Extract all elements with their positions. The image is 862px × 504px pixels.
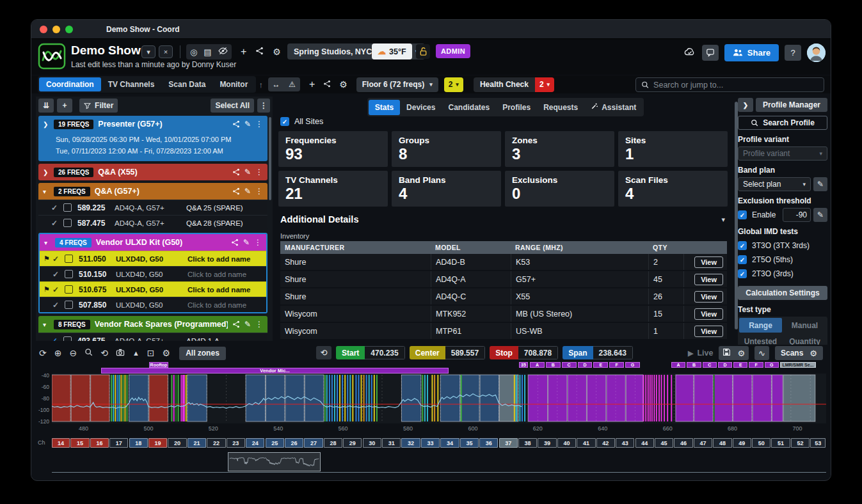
zone-segment-f[interactable]: F xyxy=(609,362,624,368)
loop-icon[interactable]: ⟲ xyxy=(100,348,108,358)
marker-icon[interactable]: ▲ xyxy=(132,349,140,357)
zoom-out-icon[interactable]: ⊖ xyxy=(69,348,77,358)
channel-17[interactable]: 17 xyxy=(109,438,128,448)
weather-widget[interactable]: ☁ 35°F xyxy=(372,43,412,59)
scans-button[interactable]: Scans ⚙ xyxy=(775,346,823,360)
channel-47[interactable]: 47 xyxy=(694,438,712,448)
channel-41[interactable]: 41 xyxy=(577,438,595,448)
collapse-panel-button[interactable]: ❯ xyxy=(738,98,753,112)
edit-icon[interactable]: ✎ xyxy=(243,238,250,247)
channel-18[interactable]: 18 xyxy=(129,438,148,448)
view-button[interactable]: View xyxy=(694,326,723,337)
frequency-group[interactable]: ❯19 FREQSPresenter (G57+)✎⋮Sun, 09/28/20… xyxy=(38,116,267,161)
channel-34[interactable]: 34 xyxy=(440,438,459,448)
hide-icon[interactable] xyxy=(218,47,228,57)
edit-icon[interactable]: ✎ xyxy=(244,168,251,177)
check-icon[interactable]: ✓ xyxy=(52,285,65,294)
edit-icon[interactable]: ✎ xyxy=(244,320,251,329)
channel-36[interactable]: 36 xyxy=(479,438,498,448)
view-button[interactable]: View xyxy=(694,256,723,268)
share-icon[interactable] xyxy=(255,47,264,57)
add-icon[interactable]: + xyxy=(241,46,246,58)
history-button[interactable]: ⟲ xyxy=(316,346,331,359)
gear-icon[interactable]: ⚙ xyxy=(273,47,281,57)
center-frequency[interactable]: Center 589.557 xyxy=(410,346,485,359)
channel-29[interactable]: 29 xyxy=(343,438,362,448)
start-value[interactable]: 470.235 xyxy=(365,346,404,359)
zone-tag-rooftop[interactable]: Rooftop xyxy=(149,362,168,368)
share-button[interactable]: Share xyxy=(724,44,779,61)
channel-15[interactable]: 15 xyxy=(70,438,89,448)
share-icon[interactable] xyxy=(231,239,239,246)
all-zones-button[interactable]: All zones xyxy=(179,347,226,360)
channel-20[interactable]: 20 xyxy=(168,438,186,448)
comments-button[interactable] xyxy=(702,45,719,61)
view-button[interactable]: View xyxy=(694,291,723,303)
channel-31[interactable]: 31 xyxy=(382,438,401,448)
center-tab-profiles[interactable]: Profiles xyxy=(496,100,537,115)
channel-50[interactable]: 50 xyxy=(752,438,770,448)
channel-49[interactable]: 49 xyxy=(733,438,751,448)
chevron-down-icon[interactable]: ▾ xyxy=(43,188,49,195)
expand-horizontal-button[interactable]: ↔ xyxy=(268,77,284,91)
row-checkbox[interactable] xyxy=(65,285,73,294)
stop-value[interactable]: 708.878 xyxy=(518,346,558,359)
select-all-button[interactable]: Select All xyxy=(211,98,254,113)
group-header[interactable]: ▾2 FREQSQ&A (G57+)✎⋮ xyxy=(38,183,267,200)
kebab-icon[interactable]: ⋮ xyxy=(254,238,262,247)
frequency-group[interactable]: ▾4 FREQSVendor ULXD Kit (G50)✎⋮⚑✓511.050… xyxy=(38,233,267,313)
channel-26[interactable]: 26 xyxy=(285,438,303,448)
kebab-icon[interactable]: ⋮ xyxy=(255,168,263,177)
tab-tv-channels[interactable]: TV Channels xyxy=(101,77,162,91)
stop-frequency[interactable]: Stop 708.878 xyxy=(490,346,558,359)
zone-segment-f[interactable]: F xyxy=(749,362,763,368)
channel-23[interactable]: 23 xyxy=(227,438,245,448)
imd-checkbox[interactable]: ✓ xyxy=(738,269,747,278)
chevron-down-icon[interactable]: ▾ xyxy=(43,321,49,328)
imd-test-item[interactable]: ✓2T3O (3rds) xyxy=(738,267,827,281)
exclusion-enable-toggle[interactable]: ✓ Enable xyxy=(738,208,780,222)
channel-39[interactable]: 39 xyxy=(538,438,556,448)
channel-37[interactable]: 37 xyxy=(499,438,518,448)
global-search[interactable] xyxy=(635,77,824,92)
live-toggle[interactable]: ▶ Live xyxy=(688,349,713,358)
channel-16[interactable]: 16 xyxy=(90,438,109,448)
gear-icon[interactable]: ⚙ xyxy=(339,79,347,90)
zone-segment-c[interactable]: C xyxy=(703,362,717,368)
edit-icon[interactable]: ✎ xyxy=(244,187,251,196)
channel-46[interactable]: 46 xyxy=(674,438,692,448)
health-check[interactable]: Health Check 2 ▾ xyxy=(474,77,554,92)
tab-scan-data[interactable]: Scan Data xyxy=(161,77,212,91)
channel-42[interactable]: 42 xyxy=(596,438,615,448)
check-icon[interactable]: ✓ xyxy=(52,255,65,264)
filter-button[interactable]: Filter xyxy=(79,98,118,113)
kebab-icon[interactable]: ⋮ xyxy=(255,187,263,196)
channel-38[interactable]: 38 xyxy=(518,438,537,448)
trace-button[interactable]: ∿ xyxy=(754,346,769,360)
check-icon[interactable]: ✓ xyxy=(51,203,63,212)
frequency-group[interactable]: ▾2 FREQSQ&A (G57+)✎⋮✓589.225AD4Q-A, G57+… xyxy=(38,183,267,230)
enable-checkbox[interactable]: ✓ xyxy=(738,210,747,219)
groups-menu-button[interactable]: ⋮ xyxy=(257,98,270,113)
share-icon[interactable] xyxy=(232,187,240,195)
channel-22[interactable]: 22 xyxy=(207,438,225,448)
row-checkbox[interactable] xyxy=(65,255,73,263)
row-checkbox[interactable] xyxy=(63,203,72,212)
row-checkbox[interactable] xyxy=(65,270,73,278)
frequency-group[interactable]: ▾8 FREQSVendor Rack Spares (Programmed)✎… xyxy=(38,316,267,341)
zone-segment-a[interactable]: A xyxy=(530,362,545,368)
group-header[interactable]: ▾8 FREQSVendor Rack Spares (Programmed)✎… xyxy=(38,316,267,333)
group-header[interactable]: ▾4 FREQSVendor ULXD Kit (G50)✎⋮ xyxy=(40,234,266,251)
channel-52[interactable]: 52 xyxy=(791,438,810,448)
floor-selector[interactable]: Floor 6 (72 freqs) ▾ xyxy=(356,77,438,92)
channel-43[interactable]: 43 xyxy=(616,438,634,448)
calculation-settings-button[interactable]: Calculation Settings xyxy=(738,286,827,300)
center-value[interactable]: 589.557 xyxy=(445,346,485,359)
center-tab-requests[interactable]: Requests xyxy=(537,100,584,115)
share-icon[interactable] xyxy=(232,320,240,328)
chevron-down-icon[interactable]: ▾ xyxy=(44,239,51,246)
imd-test-item[interactable]: ✓2T5O (5ths) xyxy=(738,253,827,267)
channel-53[interactable]: 53 xyxy=(810,438,826,448)
check-icon[interactable]: ✓ xyxy=(51,336,63,342)
gear-icon[interactable]: ⚙ xyxy=(163,348,171,358)
